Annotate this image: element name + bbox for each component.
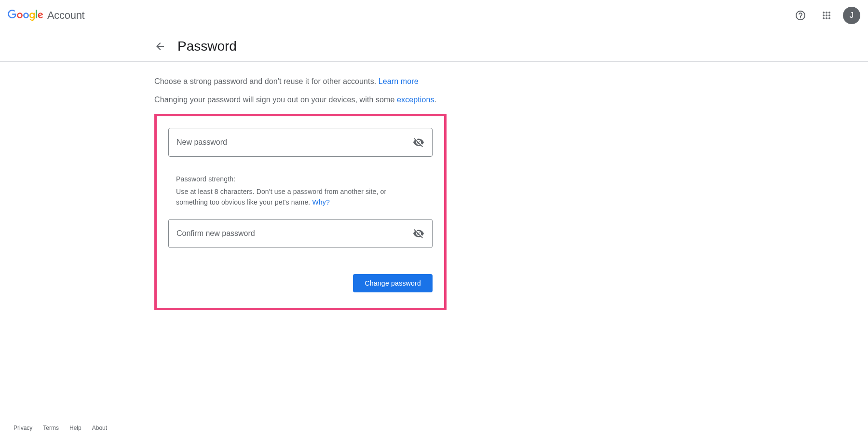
intro-line-2: Changing your password will sign you out… [154,96,593,104]
arrow-left-icon [154,41,166,52]
apps-grid-icon [821,10,832,21]
page-title: Password [177,39,237,54]
password-strength-block: Password strength: Use at least 8 charac… [176,175,433,207]
top-bar-actions: J [791,6,860,25]
brand-product-label: Account [47,9,84,22]
new-password-input[interactable] [176,138,413,147]
submit-row: Change password [168,274,433,292]
help-button[interactable] [791,6,810,25]
page-header: Password [0,31,868,62]
apps-button[interactable] [817,6,836,25]
why-link[interactable]: Why? [312,198,329,206]
exceptions-link[interactable]: exceptions [397,96,434,104]
new-password-field-wrap [168,128,433,157]
avatar-initial: J [850,11,854,20]
strength-label: Password strength: [176,175,433,183]
google-logo-icon [8,10,43,21]
learn-more-link[interactable]: Learn more [379,77,419,85]
intro-line-1: Choose a strong password and don't reuse… [154,77,593,86]
strength-text-body: Use at least 8 characters. Don't use a p… [176,188,386,206]
toggle-visibility-button-confirm[interactable] [413,228,424,239]
confirm-password-field-wrap [168,219,433,248]
eye-off-icon [413,137,424,148]
intro-line-1-text: Choose a strong password and don't reuse… [154,77,379,85]
back-button[interactable] [150,37,170,56]
intro-line-2-text: Changing your password will sign you out… [154,96,397,104]
intro-line-2-suffix: . [434,96,437,104]
brand-lockup[interactable]: Account [8,9,84,22]
help-icon [795,10,806,21]
strength-help-text: Use at least 8 characters. Don't use a p… [176,187,412,207]
password-form-highlight: Password strength: Use at least 8 charac… [154,114,447,310]
account-avatar[interactable]: J [843,7,860,24]
toggle-visibility-button-new[interactable] [413,137,424,148]
change-password-button[interactable]: Change password [353,274,433,292]
confirm-password-input[interactable] [176,229,413,238]
top-app-bar: Account J [0,0,868,31]
eye-off-icon [413,228,424,239]
main-content: Choose a strong password and don't reuse… [0,62,593,310]
